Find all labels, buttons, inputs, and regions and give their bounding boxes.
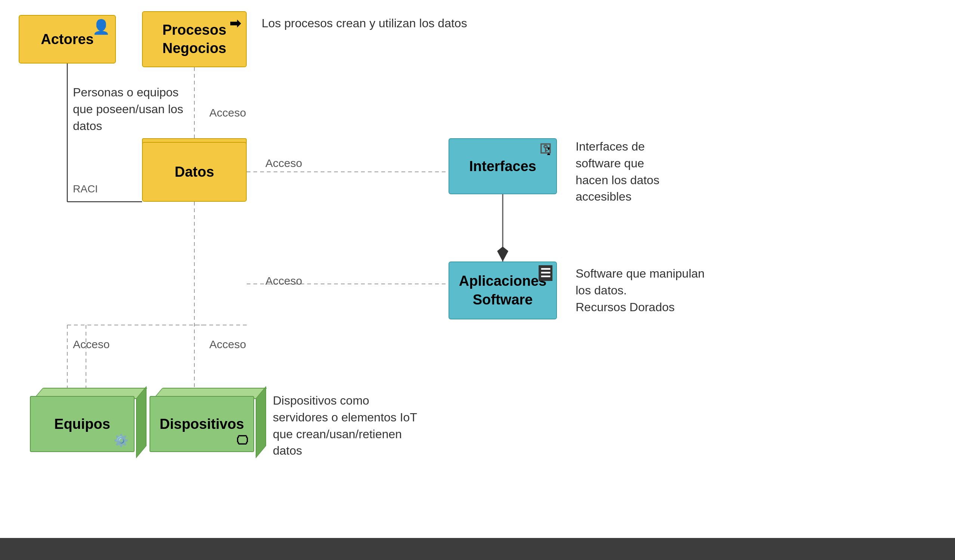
dispositivos-box: Dispositivos 🖵 bbox=[150, 396, 258, 456]
raci-label: RACI bbox=[73, 183, 98, 195]
actores-box: Actores 👤 bbox=[19, 15, 116, 64]
person-icon: 👤 bbox=[92, 19, 110, 35]
procesos-annotation: Los procesos crean y utilizan los datos bbox=[261, 15, 467, 32]
acceso-label-5: Acceso bbox=[209, 338, 246, 351]
interfaces-label: Interfaces bbox=[469, 158, 536, 174]
dispositivos-annotation: Dispositivos comoservidores o elementos … bbox=[273, 392, 417, 459]
acceso-label-4: Acceso bbox=[73, 338, 110, 351]
aplicaciones-label: AplicacionesSoftware bbox=[459, 272, 546, 309]
procesos-label: ProcesosNegocios bbox=[162, 21, 226, 58]
interfaces-icon: ⚿ bbox=[540, 142, 552, 156]
main-canvas: Actores 👤 ProcesosNegocios ➡ Los proceso… bbox=[0, 0, 955, 538]
monitor-icon: 🖵 bbox=[236, 434, 248, 447]
svg-marker-10 bbox=[497, 247, 508, 261]
grid-icon: ☰ bbox=[539, 265, 553, 281]
procesos-box: ProcesosNegocios ➡ bbox=[142, 11, 247, 67]
actores-annotation: Personas o equiposque poseen/usan losdat… bbox=[73, 84, 183, 134]
aplicaciones-box: AplicacionesSoftware ☰ bbox=[449, 261, 557, 319]
datos-box: Datos bbox=[142, 142, 247, 202]
aplicaciones-annotation: Software que manipulanlos datos.Recursos… bbox=[576, 265, 705, 315]
interfaces-box: Interfaces ː ⚿ bbox=[449, 138, 557, 194]
footer-bar bbox=[0, 538, 955, 560]
gear-icon: ⚙️ bbox=[114, 433, 128, 447]
arrow-right-icon: ➡ bbox=[230, 16, 241, 31]
acceso-label-1: Acceso bbox=[209, 106, 246, 119]
dispositivos-label: Dispositivos bbox=[160, 416, 244, 432]
equipos-label: Equipos bbox=[54, 416, 110, 432]
datos-label: Datos bbox=[175, 164, 214, 180]
equipos-box: Equipos ⚙️ bbox=[30, 396, 138, 456]
acceso-label-3: Acceso bbox=[265, 275, 302, 287]
acceso-label-2: Acceso bbox=[265, 157, 302, 170]
actores-label: Actores bbox=[41, 31, 94, 47]
interfaces-annotation: Interfaces desoftware quehacen los datos… bbox=[576, 138, 659, 205]
